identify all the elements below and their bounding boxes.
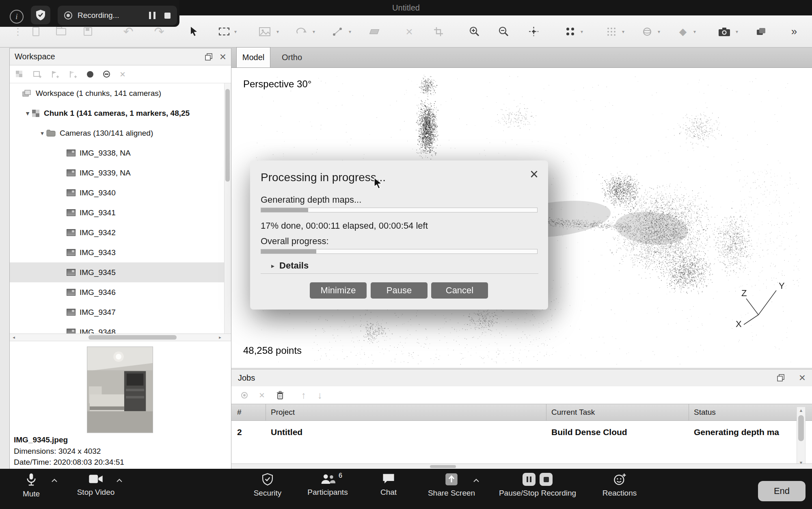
details-expander[interactable]: ▸ Details xyxy=(271,260,309,271)
mute-button[interactable]: Mute xyxy=(7,473,56,498)
crop-tool-button[interactable] xyxy=(431,15,446,48)
dense-cloud-mode-dropdown[interactable]: ▾ xyxy=(622,15,624,48)
tree-vscroll-thumb[interactable] xyxy=(225,89,230,182)
meeting-info-button[interactable]: i xyxy=(10,10,24,24)
task-progress-fill xyxy=(261,208,308,212)
tree-item-img-9342[interactable]: IMG_9342 xyxy=(10,223,231,243)
tree-item-cameras-folder[interactable]: ▾ Cameras (130/141 aligned) xyxy=(10,123,231,143)
toolbar-overflow-button[interactable]: » xyxy=(787,15,801,48)
share-screen-button[interactable]: Share Screen xyxy=(421,473,482,498)
stop-video-button[interactable]: Stop Video xyxy=(71,473,120,497)
tree-item-img-9346[interactable]: IMG_9346 xyxy=(10,282,231,302)
pause-recording-icon[interactable] xyxy=(523,473,536,486)
rectangle-select-button[interactable] xyxy=(217,15,231,48)
stop-recording-button[interactable] xyxy=(164,13,171,19)
model-shaded-dropdown[interactable]: ▾ xyxy=(658,15,660,48)
tree-item-img-9345-selected[interactable]: IMG_9345 xyxy=(10,262,231,282)
tree-horizontal-scrollbar[interactable]: ◂ ▸ xyxy=(10,334,231,341)
job-row[interactable]: 2 Untitled Build Dense Cloud Generating … xyxy=(231,421,812,444)
video-options-chevron[interactable] xyxy=(116,478,123,483)
cancel-button[interactable]: Cancel xyxy=(431,282,488,299)
job-move-up-button[interactable]: ↑ xyxy=(301,390,306,401)
remove-item-button[interactable]: × xyxy=(120,69,125,80)
add-scalebar-button[interactable] xyxy=(69,70,77,78)
undock-jobs-icon[interactable] xyxy=(776,373,785,382)
tiled-model-dropdown[interactable]: ▾ xyxy=(693,15,696,48)
add-chunk-button[interactable] xyxy=(15,70,24,78)
chat-button[interactable]: Chat xyxy=(364,473,413,497)
reactions-button[interactable]: Reactions xyxy=(591,473,648,498)
job-move-down-button[interactable]: ↓ xyxy=(317,390,322,401)
pause-button[interactable]: Pause xyxy=(371,282,428,299)
col-num[interactable]: # xyxy=(231,404,266,420)
tab-ortho[interactable]: Ortho xyxy=(270,47,313,67)
rotate-tool-dropdown[interactable]: ▾ xyxy=(313,15,315,48)
tree-item-chunk[interactable]: ▾ Chunk 1 (141 cameras, 1 markers, 48,25 xyxy=(10,103,231,123)
jobs-close-button[interactable]: × xyxy=(799,372,806,383)
hscroll-left-arrow[interactable]: ◂ xyxy=(10,334,18,341)
tree-item-img-9340[interactable]: IMG_9340 xyxy=(10,183,231,203)
col-status[interactable]: Status xyxy=(689,408,812,417)
workspace-close-button[interactable]: × xyxy=(220,51,226,63)
mute-options-chevron[interactable] xyxy=(51,478,58,483)
pause-stop-recording-button[interactable]: Pause/Stop Recording xyxy=(485,473,590,498)
end-meeting-button[interactable]: End xyxy=(758,481,806,501)
tree-item-img-9343[interactable]: IMG_9343 xyxy=(10,243,231,262)
eraser-tool-button[interactable] xyxy=(367,15,382,48)
main-hscroll-thumb[interactable] xyxy=(430,465,456,468)
polyline-tool-dropdown[interactable]: ▾ xyxy=(349,15,351,48)
job-cancel-button[interactable]: × xyxy=(259,390,265,401)
minimize-button[interactable]: Minimize xyxy=(310,282,367,299)
jobs-scroll-up-arrow[interactable]: ▲ xyxy=(797,408,805,413)
polyline-tool-button[interactable] xyxy=(330,15,345,48)
col-current-task[interactable]: Current Task xyxy=(546,404,689,420)
dialog-close-button[interactable]: × xyxy=(530,167,538,182)
hscroll-thumb[interactable] xyxy=(89,335,177,340)
main-horizontal-scrollbar[interactable] xyxy=(231,464,812,469)
chunk-expand-caret[interactable]: ▾ xyxy=(24,110,32,117)
point-cloud-mode-dropdown[interactable]: ▾ xyxy=(581,15,583,48)
enable-item-button[interactable] xyxy=(87,71,93,78)
tree-item-img-9338[interactable]: IMG_9338, NA xyxy=(10,143,231,163)
tree-item-img-9341[interactable]: IMG_9341 xyxy=(10,203,231,223)
add-marker-button[interactable] xyxy=(51,70,59,78)
participants-button[interactable]: Participants xyxy=(295,473,360,497)
tree-item-img-9347[interactable]: IMG_9347 xyxy=(10,302,231,322)
photo-tool-button[interactable] xyxy=(257,15,272,48)
rectangle-select-dropdown[interactable]: ▾ xyxy=(234,15,237,48)
overlay-tool-button[interactable] xyxy=(754,15,768,48)
center-view-button[interactable] xyxy=(526,15,541,48)
zoom-in-button[interactable] xyxy=(467,15,482,48)
rotate-tool-button[interactable] xyxy=(294,15,309,48)
select-cursor-button[interactable] xyxy=(187,15,201,48)
tree-vertical-scrollbar[interactable] xyxy=(224,83,231,334)
point-cloud-mode-button[interactable] xyxy=(563,15,577,48)
zoom-out-button[interactable] xyxy=(496,15,511,48)
tree-item-img-9339[interactable]: IMG_9339, NA xyxy=(10,163,231,183)
tree-item-workspace-root[interactable]: Workspace (1 chunks, 141 cameras) xyxy=(10,83,231,103)
job-delete-button[interactable] xyxy=(276,391,284,400)
delete-button[interactable]: × xyxy=(402,15,417,48)
capture-view-dropdown[interactable]: ▾ xyxy=(736,15,738,48)
job-run-button[interactable] xyxy=(241,392,248,399)
meeting-shield-button[interactable] xyxy=(31,6,50,24)
pause-recording-button[interactable] xyxy=(149,12,155,19)
tree-item-img-9348[interactable]: IMG_9348 xyxy=(10,322,231,334)
dense-cloud-mode-button[interactable] xyxy=(604,15,619,48)
share-options-chevron[interactable] xyxy=(473,478,480,483)
undock-panel-icon[interactable] xyxy=(204,52,213,61)
photo-tool-dropdown[interactable]: ▾ xyxy=(276,15,279,48)
tiled-model-button[interactable]: ◆ xyxy=(676,15,690,48)
add-photos-button[interactable] xyxy=(33,70,41,78)
disable-item-button[interactable] xyxy=(103,71,110,78)
tab-model[interactable]: Model xyxy=(236,47,270,67)
security-button[interactable]: Security xyxy=(239,473,296,498)
col-project[interactable]: Project xyxy=(266,404,546,420)
jobs-vscroll-thumb[interactable] xyxy=(798,415,804,441)
stop-recording-icon[interactable] xyxy=(540,473,553,486)
hscroll-right-arrow[interactable]: ▸ xyxy=(216,334,224,341)
cameras-expand-caret[interactable]: ▾ xyxy=(38,130,46,137)
jobs-vertical-scrollbar[interactable]: ▲ ▼ xyxy=(797,407,806,466)
model-shaded-button[interactable] xyxy=(640,15,654,48)
capture-view-button[interactable] xyxy=(717,15,732,48)
